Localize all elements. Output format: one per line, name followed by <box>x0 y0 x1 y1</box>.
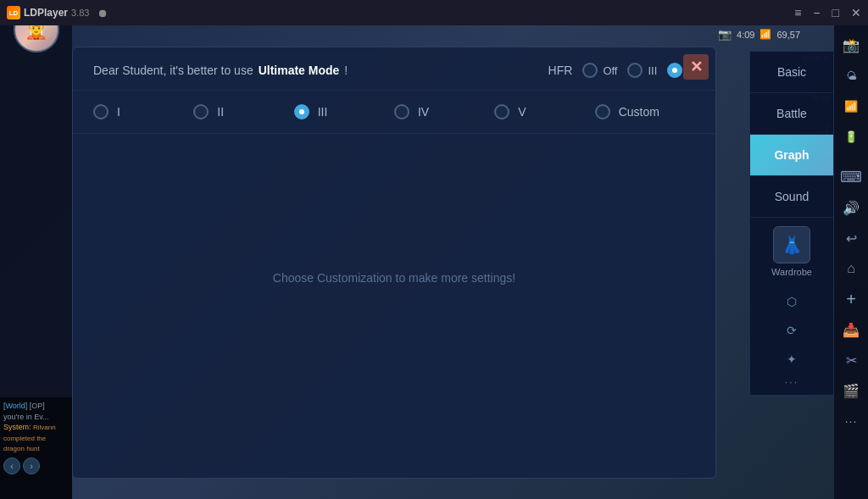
sidebar-icon-volume[interactable]: 🔊 <box>838 195 864 220</box>
sidebar-icon-refresh[interactable]: ↩ <box>838 225 864 251</box>
dialog-content: Choose Customization to make more settin… <box>73 134 715 422</box>
quality-option-ii[interactable]: II <box>193 104 293 119</box>
op-prefix: [OP] <box>30 402 45 410</box>
status-time: 4:09 <box>737 30 754 40</box>
world-msg: you're in Ev... <box>3 413 49 421</box>
window-controls: ≡ − □ ✕ <box>794 7 861 19</box>
more-options[interactable]: ··· <box>785 375 799 388</box>
hfr-option-off[interactable]: Off <box>582 63 617 78</box>
maximize-button[interactable]: □ <box>832 7 839 19</box>
message-end: ! <box>344 64 348 77</box>
sidebar-icon-1[interactable]: 📸 <box>838 32 864 58</box>
nav-controls: ‹ › <box>3 457 69 474</box>
settings-icon-3[interactable]: ✦ <box>779 347 804 372</box>
hfr-label-off: Off <box>603 64 617 77</box>
sidebar-icon-2[interactable]: 🌤 <box>838 63 864 88</box>
tab-sound[interactable]: Sound <box>750 176 833 218</box>
sidebar-icon-home[interactable]: ⌂ <box>838 256 864 281</box>
settings-icon-1[interactable]: ⬡ <box>779 289 804 314</box>
sidebar-icon-download[interactable]: 📥 <box>838 317 864 342</box>
quality-option-i[interactable]: I <box>93 104 193 119</box>
sidebar-icon-keyboard[interactable]: ⌨ <box>838 164 864 190</box>
quality-label-ii: II <box>217 105 224 119</box>
dialog-header: Dear Student, it's better to use Ultimat… <box>73 47 715 91</box>
message-highlight: Ultimate Mode <box>259 64 340 77</box>
quality-radio-i[interactable] <box>93 104 108 119</box>
chat-message-2: you're in Ev... <box>3 412 69 423</box>
quality-radio-iii[interactable] <box>294 104 309 119</box>
prev-arrow[interactable]: ‹ <box>3 457 20 474</box>
dialog-message: Dear Student, it's better to use Ultimat… <box>93 64 348 77</box>
settings-panel-right: Basic Battle Graph Sound 👗 Wardrobe ⬡ ⟳ … <box>749 51 834 396</box>
app-logo: LD LDPlayer 3.83 <box>7 6 89 19</box>
quality-label-iv: IV <box>418 105 429 119</box>
quality-radio-v[interactable] <box>494 104 509 119</box>
quality-label-iii: III <box>318 105 328 119</box>
quality-option-v[interactable]: V <box>494 104 594 119</box>
quality-label-i: I <box>117 105 120 119</box>
chat-message-3: System: Rilvann completed the dragon hun… <box>3 422 69 454</box>
hfr-radio-off[interactable] <box>582 63 598 78</box>
quality-label-v: V <box>518 105 526 119</box>
status-bar: 📷 4:09 📶 69,57 <box>718 28 800 41</box>
sidebar-icon-3[interactable]: 📶 <box>838 93 864 119</box>
battery-level: 69,57 <box>776 30 800 40</box>
sidebar-icon-4[interactable]: 🔋 <box>838 124 864 149</box>
minimize-button[interactable]: − <box>813 7 820 19</box>
chat-area: [World] [OP] you're in Ev... System: Ril… <box>0 397 72 499</box>
record-icon[interactable]: ⏺ <box>97 7 108 19</box>
wardrobe-section: 👗 Wardrobe <box>750 218 833 286</box>
wardrobe-icon[interactable]: 👗 <box>773 226 810 263</box>
quality-option-custom[interactable]: Custom <box>595 104 695 119</box>
hfr-radio-iii[interactable] <box>627 63 643 78</box>
world-prefix: [World] <box>3 402 27 410</box>
next-arrow[interactable]: › <box>23 457 40 474</box>
tab-graph[interactable]: Graph <box>750 135 833 176</box>
quality-option-iv[interactable]: IV <box>394 104 494 119</box>
quality-label-custom: Custom <box>619 105 659 119</box>
quality-option-iii[interactable]: III <box>294 104 394 119</box>
sidebar-icon-scissors[interactable]: ✂ <box>838 347 864 373</box>
hfr-label: HFR <box>548 64 573 77</box>
close-button[interactable]: ✕ <box>851 7 861 19</box>
top-bar: LD LDPlayer 3.83 ⏺ ≡ − □ ✕ <box>0 0 868 25</box>
quality-radio-ii[interactable] <box>193 104 209 119</box>
dialog-overlay: ✕ Dear Student, it's better to use Ultim… <box>72 47 716 479</box>
app-version: 3.83 <box>71 8 89 18</box>
app-title: LDPlayer <box>24 7 68 19</box>
quality-row: I II III IV V Custom <box>73 91 715 134</box>
tab-basic[interactable]: Basic <box>750 52 833 93</box>
bottom-icons: ⬡ ⟳ ✦ ··· <box>750 286 833 395</box>
hfr-option-iii[interactable]: III <box>627 63 657 78</box>
right-sidebar: 📸 🌤 📶 🔋 ⌨ 🔊 ↩ ⌂ + 📥 ✂ 🎬 ··· <box>834 25 868 499</box>
left-panel: 🧝 [World] [OP] you're in Ev... System: R… <box>0 0 72 499</box>
hfr-section: HFR Off III V <box>548 63 695 78</box>
sidebar-icon-video[interactable]: 🎬 <box>838 378 864 403</box>
camera-icon[interactable]: 📷 <box>718 28 732 41</box>
chat-message-1: [World] [OP] <box>3 401 69 412</box>
quality-radio-custom[interactable] <box>595 104 610 119</box>
settings-icon-2[interactable]: ⟳ <box>779 318 804 343</box>
wardrobe-label: Wardrobe <box>771 267 812 277</box>
menu-button[interactable]: ≡ <box>794 7 801 19</box>
tab-battle[interactable]: Battle <box>750 93 833 135</box>
sidebar-more-button[interactable]: ··· <box>838 408 864 434</box>
customization-hint: Choose Customization to make more settin… <box>273 271 515 285</box>
hfr-radio-v[interactable] <box>667 63 682 78</box>
hfr-label-iii: III <box>648 64 657 77</box>
dialog-close-button[interactable]: ✕ <box>683 54 709 80</box>
ld-icon: LD <box>7 6 20 19</box>
message-start: Dear Student, it's better to use <box>93 64 253 77</box>
sidebar-icon-add[interactable]: + <box>838 286 864 312</box>
quality-radio-iv[interactable] <box>394 104 409 119</box>
header-row: Dear Student, it's better to use Ultimat… <box>93 63 695 78</box>
system-prefix: System: <box>3 423 31 431</box>
wifi-icon: 📶 <box>760 29 771 40</box>
